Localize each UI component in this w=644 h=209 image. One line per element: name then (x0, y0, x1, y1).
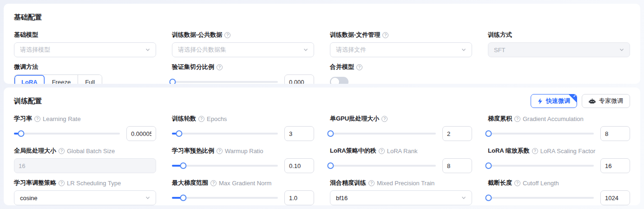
select-value: bf16 (336, 195, 348, 202)
basic-config-card: 基础配置 基础模型 请选择模型 训练数据-公共数据 ? 请选择公共数据集 训练 (4, 4, 640, 84)
field-label: 混合精度训练 (330, 179, 366, 187)
radio-lora[interactable]: LoRA (14, 75, 45, 84)
slider-handle[interactable] (485, 162, 492, 169)
public-dataset-select[interactable]: 请选择公共数据集 (172, 42, 314, 57)
field-global-batch-size: 全局批处理大小 ? Global Batch Size (14, 147, 156, 173)
help-icon[interactable]: ? (356, 64, 362, 70)
max-gradient-norm-slider[interactable] (172, 190, 278, 205)
training-row-2: 全局批处理大小 ? Global Batch Size 学习率预热比例 ? Wa… (14, 147, 630, 173)
help-icon[interactable]: ? (381, 116, 388, 122)
field-label-en: LR Scheduling Type (67, 180, 121, 187)
merge-model-switch[interactable] (330, 77, 348, 84)
field-label-en: Warmup Ratio (225, 148, 263, 155)
field-label: 全局批处理大小 (14, 147, 56, 155)
basic-config-header: 基础配置 (14, 10, 630, 24)
field-learning-rate: 学习率 ? Learning Rate (14, 115, 156, 141)
field-label: 单GPU批处理大小 (330, 115, 379, 123)
train-method-select: SFT (488, 42, 630, 57)
lora-scaling-input[interactable] (600, 158, 630, 173)
quick-finetune-button[interactable]: 快速微调 ✓ (531, 94, 577, 108)
radio-freeze[interactable]: Freeze (45, 75, 78, 84)
epochs-slider[interactable] (172, 126, 278, 141)
help-icon[interactable]: ? (514, 180, 520, 186)
lr-scheduler-select[interactable]: cosine (14, 190, 156, 205)
field-val-split: 验证集切分比例 ? (172, 63, 314, 84)
help-icon[interactable]: ? (34, 116, 40, 122)
slider-handle[interactable] (18, 130, 24, 137)
help-icon[interactable]: ? (514, 116, 520, 122)
warmup-ratio-slider[interactable] (172, 158, 278, 173)
lora-rank-input[interactable] (442, 158, 472, 173)
help-icon[interactable]: ? (379, 148, 385, 154)
warmup-ratio-input[interactable] (284, 158, 314, 173)
gradient-accumulation-input[interactable] (600, 126, 630, 141)
select-value: cosine (20, 195, 38, 202)
training-row-3: 学习率调整策略 ? LR Scheduling Type cosine 最大梯度… (14, 179, 630, 205)
help-icon[interactable]: ? (59, 148, 65, 154)
field-max-gradient-norm: 最大梯度范围 ? Max Gradient Norm (172, 179, 314, 205)
slider-rail (172, 165, 278, 167)
radio-full[interactable]: Full (78, 75, 102, 84)
help-icon[interactable]: ? (368, 180, 375, 186)
slider-handle[interactable] (485, 195, 492, 201)
slider-rail (488, 133, 594, 135)
finetune-method-radio-group: LoRA Freeze Full (14, 74, 102, 84)
chevron-down-icon (619, 47, 624, 52)
chevron-down-icon (303, 47, 308, 52)
field-finetune-method: 微调方法 LoRA Freeze Full (14, 63, 156, 84)
help-icon[interactable]: ? (217, 148, 223, 154)
gradient-accumulation-slider[interactable] (488, 126, 594, 141)
field-label-en: Global Batch Size (67, 148, 115, 155)
field-label: 基础模型 (14, 31, 38, 39)
val-split-slider[interactable] (172, 74, 278, 84)
learning-rate-slider[interactable] (14, 126, 120, 141)
gpu-batch-size-slider[interactable] (330, 126, 436, 141)
cutoff-length-input[interactable] (600, 190, 630, 205)
field-label-en: Learning Rate (43, 115, 81, 122)
slider-handle[interactable] (485, 130, 492, 137)
slider-rail (14, 133, 120, 135)
help-icon[interactable]: ? (59, 180, 65, 186)
basic-row-2: 微调方法 LoRA Freeze Full 验证集切分比例 ? (14, 63, 630, 84)
field-warmup-ratio: 学习率预热比例 ? Warmup Ratio (172, 147, 314, 173)
help-icon[interactable]: ? (217, 64, 223, 70)
training-row-1: 学习率 ? Learning Rate 训练轮数 ? Epochs (14, 115, 630, 141)
lora-scaling-slider[interactable] (488, 158, 594, 173)
help-icon[interactable]: ? (210, 180, 217, 186)
field-label-en: LoRA Scaling Factor (540, 148, 596, 155)
field-label-en: Gradient Accumulation (523, 115, 584, 122)
lora-rank-slider[interactable] (330, 158, 436, 173)
learning-rate-input[interactable] (126, 126, 156, 141)
val-split-input[interactable] (284, 74, 314, 84)
expert-finetune-button[interactable]: 专家微调 (582, 94, 630, 108)
help-icon[interactable]: ? (382, 32, 388, 38)
field-label-en: Epochs (207, 115, 227, 122)
field-file-dataset: 训练数据-文件管理 ? 请选择文件 (330, 31, 472, 57)
field-label: 训练数据-公共数据 (172, 31, 222, 39)
base-model-select[interactable]: 请选择模型 (14, 42, 156, 57)
chevron-down-icon (461, 47, 466, 52)
slider-handle[interactable] (327, 162, 334, 169)
slider-handle[interactable] (180, 162, 186, 169)
slider-handle[interactable] (327, 130, 334, 137)
gpu-batch-size-input[interactable] (442, 126, 472, 141)
file-select[interactable]: 请选择文件 (330, 42, 472, 57)
basic-config-title: 基础配置 (14, 13, 42, 22)
check-icon: ✓ (573, 94, 576, 98)
switch-knob (331, 78, 339, 84)
slider-handle[interactable] (180, 195, 186, 201)
slider-handle[interactable] (169, 79, 176, 84)
epochs-input[interactable] (284, 126, 314, 141)
help-icon[interactable]: ? (532, 148, 538, 154)
max-gradient-norm-input[interactable] (284, 190, 314, 205)
field-public-dataset: 训练数据-公共数据 ? 请选择公共数据集 (172, 31, 314, 57)
chevron-down-icon (461, 196, 466, 200)
field-label: LoRA 缩放系数 (488, 147, 530, 155)
cutoff-length-slider[interactable] (488, 190, 594, 205)
help-icon[interactable]: ? (224, 32, 230, 38)
help-icon[interactable]: ? (198, 116, 204, 122)
slider-handle[interactable] (176, 130, 182, 137)
robot-icon (589, 98, 596, 104)
mixed-precision-select[interactable]: bf16 (330, 190, 472, 205)
field-label-en: Mixed Precision Train (377, 180, 434, 187)
